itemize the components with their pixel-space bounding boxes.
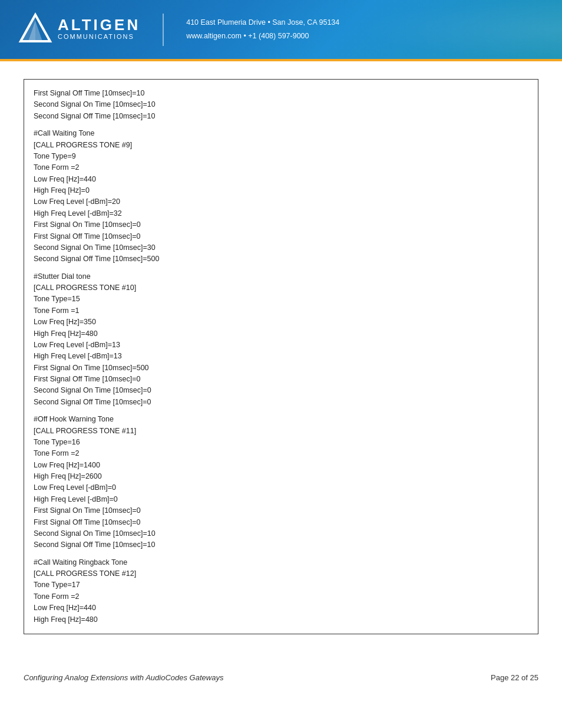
content-line: Tone Type=17 <box>34 579 528 591</box>
page-header: ALTIGEN COMMUNICATIONS 410 East Plumeria… <box>0 0 562 59</box>
main-content: First Signal Off Time [10msec]=10Second … <box>0 61 562 658</box>
altigen-logo-icon <box>18 12 53 47</box>
content-line: [CALL PROGRESS TONE #11] <box>34 426 528 437</box>
content-line: Second Signal Off Time [10msec]=10 <box>34 111 528 122</box>
content-line: Low Freq Level [-dBm]=0 <box>34 482 528 493</box>
footer-left-text: Configuring Analog Extensions with Audio… <box>24 673 223 682</box>
content-line: [CALL PROGRESS TONE #9] <box>34 140 528 151</box>
content-line: #Call Waiting Tone <box>34 128 528 139</box>
content-line: High Freq [Hz]=2600 <box>34 471 528 482</box>
content-line: Tone Type=15 <box>34 294 528 305</box>
content-line: First Signal Off Time [10msec]=0 <box>34 374 528 385</box>
address-line1: 410 East Plumeria Drive • San Jose, CA 9… <box>186 17 339 28</box>
content-line: Second Signal Off Time [10msec]=0 <box>34 397 528 408</box>
blank-line <box>34 122 528 128</box>
content-line: #Call Waiting Ringback Tone <box>34 557 528 568</box>
content-line: Tone Form =2 <box>34 448 528 459</box>
company-sub: COMMUNICATIONS <box>58 32 140 41</box>
content-line: First Signal On Time [10msec]=500 <box>34 363 528 374</box>
content-line: First Signal Off Time [10msec]=0 <box>34 231 528 242</box>
content-line: [CALL PROGRESS TONE #12] <box>34 568 528 579</box>
svg-marker-2 <box>21 15 35 41</box>
content-line: High Freq Level [-dBm]=32 <box>34 208 528 219</box>
content-line: Low Freq Level [-dBm]=20 <box>34 196 528 207</box>
blank-line <box>34 551 528 557</box>
header-divider <box>163 14 164 46</box>
content-line: #Stutter Dial tone <box>34 271 528 282</box>
content-line: Second Signal On Time [10msec]=10 <box>34 99 528 110</box>
content-line: Low Freq Level [-dBm]=13 <box>34 340 528 351</box>
logo-area: ALTIGEN COMMUNICATIONS <box>18 12 140 47</box>
content-line: First Signal Off Time [10msec]=10 <box>34 88 528 99</box>
content-line: Tone Type=9 <box>34 151 528 162</box>
content-line: Tone Form =2 <box>34 162 528 173</box>
blank-line <box>34 408 528 414</box>
logo-text: ALTIGEN COMMUNICATIONS <box>58 17 140 41</box>
company-name: ALTIGEN <box>58 17 140 32</box>
content-line: Second Signal Off Time [10msec]=10 <box>34 539 528 551</box>
content-line: Second Signal On Time [10msec]=10 <box>34 528 528 539</box>
blank-line <box>34 265 528 271</box>
content-line: High Freq [Hz]=480 <box>34 614 528 625</box>
content-line: Low Freq [Hz]=440 <box>34 602 528 614</box>
content-line: High Freq Level [-dBm]=13 <box>34 351 528 362</box>
content-line: Low Freq [Hz]=1400 <box>34 460 528 471</box>
content-line: Second Signal Off Time [10msec]=500 <box>34 253 528 265</box>
content-line: First Signal Off Time [10msec]=0 <box>34 517 528 528</box>
content-line: High Freq Level [-dBm]=0 <box>34 494 528 505</box>
content-line: First Signal On Time [10msec]=0 <box>34 219 528 230</box>
content-line: Low Freq [Hz]=350 <box>34 317 528 328</box>
content-box: First Signal Off Time [10msec]=10Second … <box>24 79 538 634</box>
address-line2: www.altigen.com • +1 (408) 597-9000 <box>186 31 339 42</box>
content-line: #Off Hook Warning Tone <box>34 414 528 425</box>
content-line: High Freq [Hz]=480 <box>34 328 528 340</box>
content-line: Second Signal On Time [10msec]=0 <box>34 385 528 396</box>
content-line: Tone Form =2 <box>34 591 528 602</box>
header-contact: 410 East Plumeria Drive • San Jose, CA 9… <box>186 17 339 42</box>
content-line: [CALL PROGRESS TONE #10] <box>34 282 528 294</box>
page-footer: Configuring Analog Extensions with Audio… <box>0 664 562 691</box>
content-line: Second Signal On Time [10msec]=30 <box>34 242 528 253</box>
footer-right-text: Page 22 of 25 <box>491 673 538 682</box>
content-line: Tone Type=16 <box>34 437 528 448</box>
content-line: Low Freq [Hz]=440 <box>34 174 528 185</box>
content-line: High Freq [Hz]=0 <box>34 185 528 196</box>
content-line: Tone Form =1 <box>34 305 528 317</box>
content-line: First Signal On Time [10msec]=0 <box>34 505 528 516</box>
